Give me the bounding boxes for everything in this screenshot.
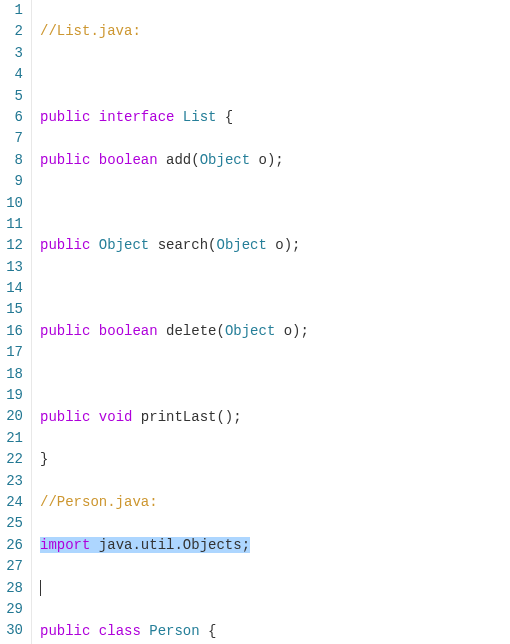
token-keyword: import (40, 537, 90, 553)
token (90, 409, 98, 425)
code-line[interactable]: public Object search(Object o); (40, 235, 510, 256)
token-type: List (183, 109, 217, 125)
line-number: 18 (4, 364, 23, 385)
token (158, 323, 166, 339)
code-line[interactable] (40, 278, 510, 299)
line-number: 22 (4, 449, 23, 470)
line-number: 4 (4, 64, 23, 85)
line-number: 15 (4, 299, 23, 320)
token-keyword: boolean (99, 152, 158, 168)
line-number: 11 (4, 214, 23, 235)
token-keyword: public (40, 323, 90, 339)
code-line[interactable]: //List.java: (40, 21, 510, 42)
line-number: 21 (4, 428, 23, 449)
line-number: 6 (4, 107, 23, 128)
line-number: 16 (4, 321, 23, 342)
code-line[interactable]: public boolean add(Object o); (40, 150, 510, 171)
line-number: 13 (4, 257, 23, 278)
code-line[interactable] (40, 578, 510, 599)
token-comment: //List.java: (40, 23, 141, 39)
line-number: 2 (4, 21, 23, 42)
token-keyword: void (99, 409, 133, 425)
line-number: 1 (4, 0, 23, 21)
token (174, 109, 182, 125)
token: { (200, 623, 217, 639)
line-number: 23 (4, 471, 23, 492)
token: o); (275, 323, 309, 339)
line-number: 19 (4, 385, 23, 406)
token-keyword: boolean (99, 323, 158, 339)
line-number: 10 (4, 193, 23, 214)
token-keyword: public (40, 237, 90, 253)
token-keyword: public (40, 623, 90, 639)
line-number: 17 (4, 342, 23, 363)
token-keyword: class (99, 623, 141, 639)
cursor (40, 580, 41, 596)
token (132, 409, 140, 425)
token: o); (267, 237, 301, 253)
line-number: 3 (4, 43, 23, 64)
line-number: 29 (4, 599, 23, 620)
code-line[interactable] (40, 64, 510, 85)
code-line[interactable] (40, 193, 510, 214)
line-number: 24 (4, 492, 23, 513)
token: java.util.Objects; (90, 537, 250, 553)
token (90, 152, 98, 168)
token-keyword: public (40, 409, 90, 425)
line-number: 26 (4, 535, 23, 556)
selection: import java.util.Objects; (40, 537, 250, 553)
token: printLast (141, 409, 217, 425)
token: { (216, 109, 233, 125)
token (149, 237, 157, 253)
token-type: Object (99, 237, 149, 253)
code-line[interactable]: public void printLast(); (40, 407, 510, 428)
token: add (166, 152, 191, 168)
line-number: 28 (4, 578, 23, 599)
token: ( (216, 323, 224, 339)
code-line[interactable]: public boolean delete(Object o); (40, 321, 510, 342)
token (90, 109, 98, 125)
token-comment: //Person.java: (40, 494, 158, 510)
token: search (158, 237, 208, 253)
token (90, 623, 98, 639)
token-keyword: public (40, 109, 90, 125)
code-line[interactable]: import java.util.Objects; (40, 535, 510, 556)
code-line[interactable]: //Person.java: (40, 492, 510, 513)
token-type: Person (149, 623, 199, 639)
token-keyword: interface (99, 109, 175, 125)
token: ( (191, 152, 199, 168)
token-type: Object (216, 237, 266, 253)
line-number: 5 (4, 86, 23, 107)
line-number: 7 (4, 128, 23, 149)
token: o); (250, 152, 284, 168)
line-number: 9 (4, 171, 23, 192)
token: } (40, 451, 48, 467)
line-number-gutter: 1 2 3 4 5 6 7 8 9 10 11 12 13 14 15 16 1… (0, 0, 32, 644)
code-editor[interactable]: 1 2 3 4 5 6 7 8 9 10 11 12 13 14 15 16 1… (0, 0, 510, 644)
token-type: Object (225, 323, 275, 339)
token-keyword: public (40, 152, 90, 168)
line-number: 30 (4, 620, 23, 641)
line-number: 20 (4, 406, 23, 427)
token (141, 623, 149, 639)
code-line[interactable] (40, 364, 510, 385)
token (158, 152, 166, 168)
line-number: 27 (4, 556, 23, 577)
code-line[interactable]: public class Person { (40, 621, 510, 642)
token (90, 323, 98, 339)
token: delete (166, 323, 216, 339)
code-line[interactable]: public interface List { (40, 107, 510, 128)
line-number: 8 (4, 150, 23, 171)
line-number: 25 (4, 513, 23, 534)
code-area[interactable]: //List.java: public interface List { pub… (32, 0, 510, 644)
token: (); (216, 409, 241, 425)
line-number: 14 (4, 278, 23, 299)
line-number: 12 (4, 235, 23, 256)
token-type: Object (200, 152, 250, 168)
code-line[interactable]: } (40, 449, 510, 470)
token (90, 237, 98, 253)
